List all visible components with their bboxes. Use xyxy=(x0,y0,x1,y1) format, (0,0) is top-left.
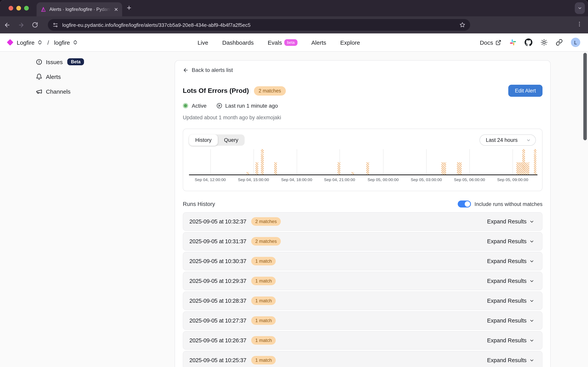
forward-icon[interactable] xyxy=(14,22,28,28)
logfire-favicon-icon xyxy=(41,6,46,12)
share-link-icon[interactable] xyxy=(556,39,563,46)
logfire-logo-icon xyxy=(7,39,13,46)
run-timestamp: 2025-09-05 at 10:28:37 xyxy=(189,298,246,304)
expand-results-button[interactable]: Expand Results xyxy=(487,317,534,324)
browser-menu-icon[interactable] xyxy=(576,21,583,27)
gridline xyxy=(426,149,427,175)
chevron-down-icon xyxy=(529,318,534,323)
include-runs-toggle-label: Include runs without matches xyxy=(474,201,543,207)
url-text[interactable]: logfire-eu.pydantic.info/logfire/logfire… xyxy=(62,22,455,28)
run-timestamp: 2025-09-05 at 10:32:37 xyxy=(189,218,246,225)
run-matches-badge: 1 match xyxy=(251,336,276,345)
zoom-window-button[interactable] xyxy=(24,6,29,10)
org-selector[interactable]: Logfire xyxy=(17,39,35,46)
nav-item[interactable]: Alerts xyxy=(311,39,326,46)
x-tick-label: Sep 05, 09:00:00 xyxy=(497,177,528,182)
x-tick-label: Sep 04, 18:00:00 xyxy=(281,177,312,182)
updated-by-label: Updated about 1 month ago by alexmojaki xyxy=(183,115,543,120)
x-tick-label: Sep 05, 06:00:00 xyxy=(454,177,485,182)
expand-results-button[interactable]: Expand Results xyxy=(487,337,534,343)
nav-item[interactable]: Evals beta xyxy=(268,39,297,46)
nav-item[interactable]: Dashboards xyxy=(222,39,254,46)
chart-bar xyxy=(534,149,536,175)
time-range-dropdown[interactable]: Last 24 hours xyxy=(479,134,536,146)
last-run-label: Last run 1 minute ago xyxy=(225,103,278,109)
sidebar-item-alerts[interactable]: Alerts xyxy=(36,74,153,80)
include-runs-toggle[interactable] xyxy=(458,200,471,208)
chevron-down-icon xyxy=(529,358,534,363)
site-settings-icon[interactable] xyxy=(52,22,58,28)
active-status-icon xyxy=(183,103,188,108)
project-selector[interactable]: logfire xyxy=(54,39,70,46)
nav-item[interactable]: Explore xyxy=(340,39,360,46)
expand-results-button[interactable]: Expand Results xyxy=(487,298,534,304)
beta-badge: beta xyxy=(284,39,297,46)
run-row: 2025-09-05 at 10:29:37 1 match Expand Re… xyxy=(183,272,543,290)
sidebar-item-issues[interactable]: Issues Beta xyxy=(36,58,153,65)
tab-query[interactable]: Query xyxy=(218,134,245,146)
chart-bar xyxy=(366,163,369,175)
edit-alert-button[interactable]: Edit Alert xyxy=(508,85,543,97)
x-tick-label: Sep 05, 00:00:00 xyxy=(367,177,399,182)
bookmark-star-icon[interactable] xyxy=(459,22,466,28)
run-row: 2025-09-05 at 10:30:37 1 match Expand Re… xyxy=(183,252,543,270)
back-icon[interactable] xyxy=(0,22,14,28)
expand-results-button[interactable]: Expand Results xyxy=(487,238,534,244)
expand-results-button[interactable]: Expand Results xyxy=(487,278,534,284)
runs-list: 2025-09-05 at 10:32:37 2 matches Expand … xyxy=(183,212,543,367)
expand-results-button[interactable]: Expand Results xyxy=(487,357,534,363)
user-avatar[interactable]: L xyxy=(571,38,580,47)
reload-icon[interactable] xyxy=(28,22,42,28)
run-matches-badge: 1 match xyxy=(251,277,276,285)
runs-history-heading: Runs History xyxy=(183,201,215,207)
minimize-window-button[interactable] xyxy=(16,6,21,10)
external-link-icon xyxy=(495,39,501,45)
page-title: Lots Of Errors (Prod) xyxy=(183,87,249,95)
back-to-alerts-link[interactable]: Back to alerts list xyxy=(183,67,543,73)
nav-item[interactable]: Live xyxy=(197,39,208,46)
tab-search-button[interactable] xyxy=(575,2,585,14)
slack-icon[interactable] xyxy=(510,39,516,46)
run-row: 2025-09-05 at 10:27:37 1 match Expand Re… xyxy=(183,311,543,330)
scrollbar-thumb[interactable] xyxy=(583,53,587,140)
chart-bar xyxy=(351,172,354,175)
alert-detail-panel: Back to alerts list Lots Of Errors (Prod… xyxy=(175,60,551,367)
arrow-left-icon xyxy=(183,67,189,73)
nav-right: Docs L xyxy=(480,38,580,47)
app-nav-bar: Logfire / logfire Live Dashboards xyxy=(0,33,588,52)
browser-tab-bar: Alerts · logfire/logfire · Pydant ✕ + xyxy=(0,0,588,16)
main-nav: Live Dashboards Evals beta Alerts xyxy=(78,39,480,46)
sidebar-item-channels[interactable]: Channels xyxy=(36,88,153,95)
tab-history[interactable]: History xyxy=(189,134,218,146)
github-icon[interactable] xyxy=(525,38,532,46)
chart-bar xyxy=(247,172,249,175)
run-matches-badge: 1 match xyxy=(251,316,276,325)
gridline xyxy=(254,149,254,175)
org-selector-chevrons-icon[interactable] xyxy=(38,40,42,45)
chart-bar xyxy=(457,163,462,175)
run-row: 2025-09-05 at 10:32:37 2 matches Expand … xyxy=(183,212,543,231)
expand-results-button[interactable]: Expand Results xyxy=(487,258,534,264)
theme-sun-icon[interactable] xyxy=(541,39,547,46)
sidebar: Issues Beta Alerts Channels xyxy=(36,58,153,103)
megaphone-icon xyxy=(36,88,43,95)
url-bar[interactable]: logfire-eu.pydantic.info/logfire/logfire… xyxy=(48,19,470,31)
beta-badge: Beta xyxy=(68,58,84,65)
browser-tab[interactable]: Alerts · logfire/logfire · Pydant ✕ xyxy=(37,2,122,16)
close-window-button[interactable] xyxy=(9,6,13,10)
docs-link[interactable]: Docs xyxy=(480,39,501,46)
new-tab-button[interactable]: + xyxy=(127,3,131,12)
gridline xyxy=(469,149,470,175)
breadcrumb-separator: / xyxy=(47,39,49,46)
run-timestamp: 2025-09-05 at 10:29:37 xyxy=(189,278,246,284)
matches-badge: 2 matches xyxy=(254,86,286,95)
bell-icon xyxy=(36,74,43,80)
gridline xyxy=(297,149,297,175)
run-row: 2025-09-05 at 10:26:37 1 match Expand Re… xyxy=(183,331,543,350)
run-row: 2025-09-05 at 10:31:37 2 matches Expand … xyxy=(183,232,543,251)
project-selector-chevrons-icon[interactable] xyxy=(74,40,77,45)
toggle-knob xyxy=(465,201,470,207)
tab-close-icon[interactable]: ✕ xyxy=(114,7,118,12)
expand-results-button[interactable]: Expand Results xyxy=(487,218,534,225)
chevron-down-icon xyxy=(529,219,534,224)
